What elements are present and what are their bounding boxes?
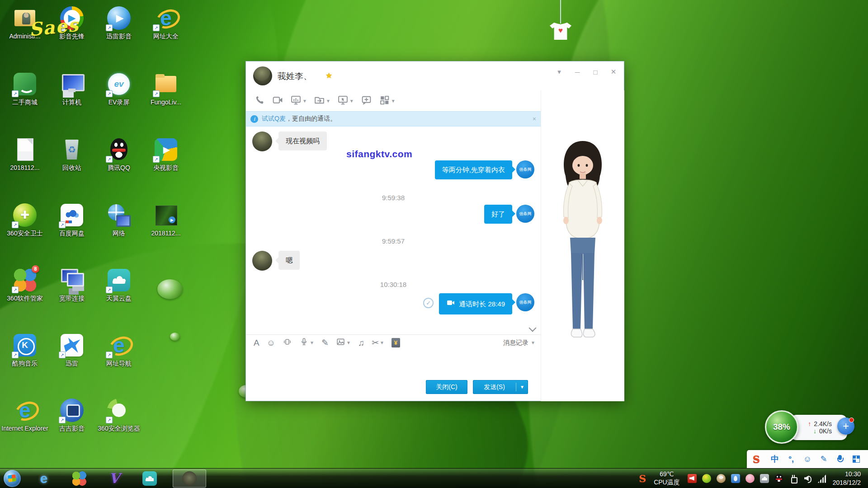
desktop-icon-fungolive[interactable]: ↗FungoLiv... [142, 71, 189, 106]
desktop-icon-tianyi-yunpan[interactable]: ↗天翼云盘 [95, 267, 142, 302]
net-speed-monitor[interactable]: ↑2.4K/s ↓0K/s 38% + [765, 410, 860, 446]
desktop-icon-ershou-shangcheng[interactable]: ↗二手商城 [1, 71, 48, 106]
desktop-icon-wangluo[interactable]: 网络 [95, 202, 142, 237]
notice-close-icon[interactable]: × [533, 115, 536, 122]
desktop-icon-jiji-yingyin[interactable]: ↗吉吉影音 [48, 398, 95, 432]
shake-window-icon[interactable] [280, 337, 294, 349]
maximize-button[interactable]: □ [590, 67, 601, 77]
taskbar-button-sogou-browser[interactable] [67, 469, 91, 488]
desktop-icon-360-anquan-liulanqi[interactable]: ↗360安全浏览器 [95, 398, 142, 432]
start-button[interactable] [4, 470, 21, 487]
desktop-icon-yangshi-yingyin[interactable]: ▶↗央视影音 [142, 137, 189, 172]
ime-lang-zh-icon[interactable]: 中 [767, 452, 783, 466]
desktop-icon-wangzhi-daohang[interactable]: e↗网址导航 [95, 333, 142, 367]
screen-capture-dropdown-caret[interactable]: ▼ [380, 340, 384, 345]
send-image-dropdown-caret[interactable]: ▼ [346, 340, 351, 345]
file-transfer-icon[interactable]: ▼ [312, 94, 332, 108]
tray-icon-360-security[interactable] [702, 474, 711, 483]
taskbar-button-chat-window-task[interactable] [173, 469, 206, 488]
send-button[interactable]: 发送(S) ▼ [473, 380, 528, 394]
voice-call-icon[interactable] [252, 94, 267, 108]
create-group-icon[interactable] [359, 94, 374, 108]
sogou-logo[interactable]: S [750, 452, 763, 466]
ime-voice-input-icon[interactable] [832, 452, 848, 466]
desktop-icon-huishouzhan[interactable]: ♻回收站 [48, 137, 95, 172]
close-button[interactable]: 关闭(C) [426, 380, 467, 394]
desktop-icon-jisuanji[interactable]: 计算机 [48, 71, 95, 106]
desktop-icon-xunlei[interactable]: ↗迅雷 [48, 333, 95, 367]
remote-demo-icon[interactable]: ▼ [335, 94, 356, 108]
accelerate-button[interactable]: + [837, 418, 854, 435]
desktop-icon-360-ruanjian-guanjia[interactable]: 8↗360软件管家 [1, 267, 48, 302]
screen-share-dropdown-caret[interactable]: ▼ [302, 99, 307, 103]
desktop-icon-ev-luping[interactable]: ev↗EV录屏 [95, 71, 142, 106]
ime-emoji-icon[interactable]: ☺ [799, 452, 816, 466]
apps-dropdown-caret[interactable]: ▼ [391, 99, 396, 103]
ime-handwriting-icon[interactable]: ✎ [816, 452, 832, 466]
tray-icon-assistant[interactable] [717, 474, 726, 483]
font-icon[interactable]: A [251, 337, 262, 349]
desktop-icon-tengxun-qq[interactable]: ↗腾讯QQ [95, 137, 142, 172]
message-bubble: 好了 [484, 205, 512, 224]
desktop-icon-kuandai-lianjie[interactable]: 宽带连接 [48, 267, 95, 302]
taskbar-button-cloud-drive[interactable] [137, 469, 162, 488]
pulldown-button[interactable]: ▾ [553, 67, 565, 77]
hanging-tshirt-widget[interactable]: ♥ [546, 0, 575, 45]
memory-usage-ball[interactable]: 38% [765, 410, 798, 444]
music-icon[interactable]: ♫ [356, 337, 367, 349]
self-avatar[interactable]: 借条网 [516, 205, 534, 223]
desktop-icon-baidu-wangpan[interactable]: ↗百度网盘 [48, 202, 95, 237]
history-dropdown-caret[interactable]: ▼ [531, 340, 535, 345]
contact-avatar[interactable] [252, 131, 272, 151]
video-call-icon[interactable] [270, 94, 285, 108]
handwriting-icon[interactable]: ✎ [319, 337, 331, 349]
emoticon-icon[interactable]: ☺ [264, 337, 278, 349]
taskbar-button-v-player[interactable]: V [102, 469, 127, 488]
taskbar-button-internet-explorer[interactable]: e [32, 469, 56, 488]
file-transfer-dropdown-caret[interactable]: ▼ [326, 99, 330, 103]
tray-icon-power-plug[interactable] [789, 474, 798, 483]
apps-icon[interactable]: ▼ [377, 94, 397, 108]
window-titlebar[interactable]: 莪姓李、 ★ ▾─□✕ [246, 61, 624, 90]
contact-avatar[interactable] [252, 251, 272, 271]
minimize-button[interactable]: ─ [571, 67, 583, 77]
tray-icon-app-pink[interactable] [745, 474, 755, 483]
desktop-icon-yingyin-xianfeng[interactable]: ▶↗影音先锋 [48, 5, 95, 40]
voice-message-dropdown-caret[interactable]: ▼ [310, 340, 314, 345]
tray-icon-qq[interactable] [774, 474, 783, 483]
screen-capture-icon[interactable]: ✂▼ [369, 337, 387, 349]
red-packet-icon[interactable]: ¥ [389, 337, 402, 349]
tray-icon-announcement[interactable] [688, 474, 697, 483]
taskbar-clock[interactable]: 10:30 2018/12/2 [833, 470, 861, 486]
contact-avatar[interactable] [253, 66, 272, 85]
self-avatar[interactable]: 借条网 [516, 293, 534, 311]
self-avatar[interactable]: 借条网 [516, 160, 534, 178]
desktop-icon-wangzhi-daquan[interactable]: e↗网址大全 [142, 5, 189, 40]
desktop-icon-video-2018112[interactable]: ▶2018112... [142, 202, 189, 237]
screen-share-icon[interactable]: ▼ [288, 94, 309, 108]
desktop-icon-360-anquan-weishi[interactable]: ✚↗360安全卫士 [1, 202, 48, 237]
tray-icon-network-signal[interactable] [818, 474, 827, 483]
remote-demo-dropdown-caret[interactable]: ▼ [349, 99, 354, 103]
qmai-link[interactable]: 试试Q麦 [262, 115, 286, 123]
tray-icon-pc-manager[interactable] [731, 474, 740, 483]
close-button[interactable]: ✕ [608, 67, 619, 77]
send-image-icon[interactable]: ▼ [334, 337, 353, 349]
desktop-icon-administrator[interactable]: Administr... [1, 5, 48, 40]
message-history-button[interactable]: 消息记录▼ [503, 339, 535, 347]
sogou-tray-icon[interactable]: S [639, 473, 646, 484]
message-input[interactable] [246, 351, 541, 379]
scroll-to-bottom-icon[interactable] [529, 324, 536, 332]
tray-icon-cloud-sync[interactable] [760, 474, 769, 483]
desktop-icon-kugou-yinyue[interactable]: K↗酷狗音乐 [1, 333, 48, 367]
ime-toolbox-icon[interactable] [848, 452, 864, 466]
desktop-icon-internet-explorer[interactable]: eInternet Explorer [1, 398, 48, 432]
message-history[interactable]: 现在视频吗sifangktv.com等两分钟,先穿着内衣借条网9:59:38好了… [246, 127, 541, 334]
tray-icon-volume[interactable] [803, 474, 812, 483]
desktop-icon-xunlei-yingyin[interactable]: ▶↗迅雷影音 [95, 5, 142, 40]
send-options-caret-icon[interactable]: ▼ [516, 385, 528, 389]
ime-punctuation-icon[interactable]: °, [783, 452, 799, 466]
desktop-icon-doc-2018112[interactable]: 2018112... [1, 137, 48, 172]
voice-message-icon[interactable]: ▼ [297, 337, 316, 349]
companion-avatar-girl[interactable] [547, 136, 618, 352]
